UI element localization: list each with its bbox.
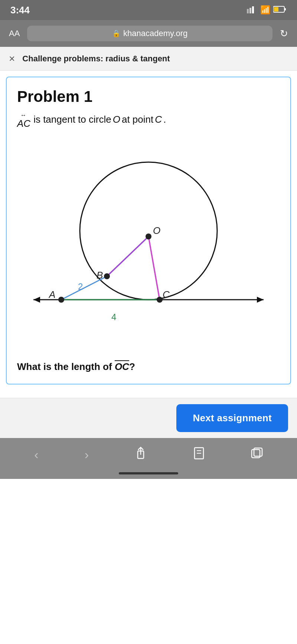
share-button[interactable] bbox=[131, 443, 150, 467]
problem-title: Problem 1 bbox=[17, 88, 280, 106]
browser-bar: AA 🔒 khanacademy.org ↻ bbox=[0, 20, 297, 47]
ac-arrows-symbol: ↔ bbox=[20, 112, 27, 118]
label-4: 4 bbox=[111, 312, 116, 322]
page-title: Challenge problems: radius & tangent bbox=[22, 54, 170, 64]
svg-point-16 bbox=[157, 297, 163, 303]
label-B: B bbox=[97, 270, 103, 281]
geometry-diagram: O B A C 2 4 bbox=[22, 138, 275, 354]
svg-line-13 bbox=[107, 236, 148, 276]
svg-line-12 bbox=[148, 236, 160, 300]
signal-icon bbox=[247, 5, 257, 15]
statement-period: . bbox=[163, 112, 166, 127]
browser-aa-label[interactable]: AA bbox=[9, 29, 20, 38]
bottom-bar: Next assignment bbox=[0, 398, 297, 438]
forward-button[interactable]: › bbox=[81, 444, 92, 466]
browser-lock-icon: 🔒 bbox=[112, 29, 120, 38]
svg-marker-9 bbox=[257, 297, 264, 303]
main-content: Problem 1 ↔ AC is tangent to circle O at… bbox=[0, 71, 297, 398]
question-text: What is the length of OC? bbox=[17, 361, 280, 373]
label-C: C bbox=[163, 289, 170, 300]
statement-O: O bbox=[113, 112, 120, 127]
nav-bar: × Challenge problems: radius & tangent bbox=[0, 47, 297, 71]
svg-rect-4 bbox=[284, 8, 286, 10]
svg-rect-5 bbox=[274, 7, 278, 12]
wifi-icon: 📶 bbox=[260, 5, 270, 15]
svg-rect-1 bbox=[249, 8, 251, 13]
svg-point-17 bbox=[58, 297, 64, 303]
diagram-container: O B A C 2 4 bbox=[17, 138, 280, 354]
status-icons: 📶 bbox=[247, 5, 287, 15]
statement-prefix: is tangent to circle bbox=[33, 112, 111, 127]
question-prefix: What is the length of bbox=[17, 361, 115, 372]
svg-rect-2 bbox=[252, 6, 254, 13]
close-icon[interactable]: × bbox=[9, 53, 15, 65]
tabs-button[interactable] bbox=[247, 444, 267, 466]
status-time: 3:44 bbox=[10, 4, 30, 16]
label-A: A bbox=[48, 289, 55, 300]
svg-point-14 bbox=[146, 234, 151, 239]
bookmarks-button[interactable] bbox=[189, 443, 209, 467]
browser-url-text: khanacademy.org bbox=[123, 29, 187, 38]
svg-rect-0 bbox=[247, 9, 249, 13]
ac-notation: ↔ AC bbox=[17, 112, 30, 129]
browser-url-container[interactable]: 🔒 khanacademy.org bbox=[27, 26, 272, 41]
problem-statement: ↔ AC is tangent to circle O at point C . bbox=[17, 112, 280, 129]
oc-overline: OC bbox=[115, 361, 129, 372]
label-2: 2 bbox=[78, 281, 83, 292]
ac-letters-text: AC bbox=[17, 118, 30, 129]
bottom-nav-wrapper: ‹ › bbox=[0, 438, 297, 479]
svg-point-15 bbox=[104, 273, 110, 279]
back-button[interactable]: ‹ bbox=[30, 444, 42, 466]
home-indicator bbox=[119, 472, 178, 474]
question-mark: ? bbox=[129, 361, 135, 372]
statement-C: C bbox=[155, 112, 162, 127]
svg-marker-8 bbox=[33, 297, 40, 303]
status-bar: 3:44 📶 bbox=[0, 0, 297, 20]
battery-icon bbox=[273, 6, 287, 15]
statement-suffix: at point bbox=[122, 112, 153, 127]
problem-card: Problem 1 ↔ AC is tangent to circle O at… bbox=[6, 77, 291, 384]
browser-refresh-icon[interactable]: ↻ bbox=[280, 28, 288, 39]
label-O: O bbox=[153, 225, 160, 236]
next-assignment-button[interactable]: Next assignment bbox=[176, 404, 288, 432]
